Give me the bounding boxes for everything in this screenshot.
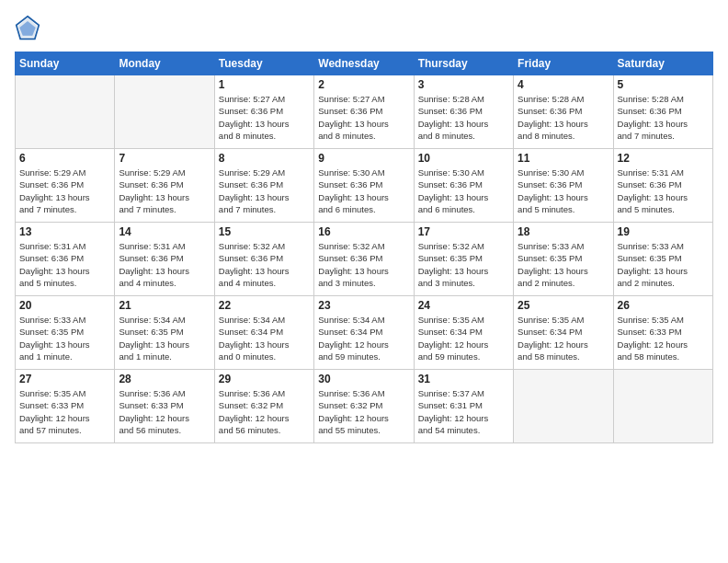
calendar-cell: 6Sunrise: 5:29 AM Sunset: 6:36 PM Daylig… <box>16 149 115 223</box>
calendar-cell: 26Sunrise: 5:35 AM Sunset: 6:33 PM Dayli… <box>613 296 712 370</box>
calendar-cell: 7Sunrise: 5:29 AM Sunset: 6:36 PM Daylig… <box>115 149 214 223</box>
header-row: SundayMondayTuesdayWednesdayThursdayFrid… <box>16 52 713 75</box>
day-number: 20 <box>19 299 110 312</box>
week-row-1: 1Sunrise: 5:27 AM Sunset: 6:36 PM Daylig… <box>16 75 713 149</box>
cell-info: Sunrise: 5:29 AM Sunset: 6:36 PM Dayligh… <box>19 167 110 215</box>
day-number: 4 <box>518 78 609 91</box>
cell-info: Sunrise: 5:27 AM Sunset: 6:36 PM Dayligh… <box>219 93 310 142</box>
cell-info: Sunrise: 5:34 AM Sunset: 6:34 PM Dayligh… <box>219 314 310 362</box>
cell-info: Sunrise: 5:30 AM Sunset: 6:36 PM Dayligh… <box>318 167 409 215</box>
cell-info: Sunrise: 5:28 AM Sunset: 6:36 PM Dayligh… <box>618 93 709 142</box>
calendar-cell: 2Sunrise: 5:27 AM Sunset: 6:36 PM Daylig… <box>314 75 414 149</box>
calendar-cell: 22Sunrise: 5:34 AM Sunset: 6:34 PM Dayli… <box>214 296 313 370</box>
day-number: 15 <box>219 225 310 238</box>
day-number: 30 <box>318 373 409 385</box>
calendar-cell: 1Sunrise: 5:27 AM Sunset: 6:36 PM Daylig… <box>214 75 313 149</box>
calendar-table: SundayMondayTuesdayWednesdayThursdayFrid… <box>15 52 713 443</box>
cell-info: Sunrise: 5:28 AM Sunset: 6:36 PM Dayligh… <box>418 93 509 142</box>
day-number: 31 <box>418 373 509 385</box>
calendar-cell <box>16 75 115 149</box>
day-number: 25 <box>518 299 609 312</box>
header-friday: Friday <box>514 52 613 75</box>
day-number: 7 <box>119 152 210 165</box>
header-monday: Monday <box>115 52 214 75</box>
header-thursday: Thursday <box>414 52 513 75</box>
cell-info: Sunrise: 5:32 AM Sunset: 6:35 PM Dayligh… <box>418 240 509 289</box>
calendar-cell: 12Sunrise: 5:31 AM Sunset: 6:36 PM Dayli… <box>613 149 712 223</box>
calendar-cell: 20Sunrise: 5:33 AM Sunset: 6:35 PM Dayli… <box>16 296 115 370</box>
day-number: 28 <box>119 373 210 385</box>
cell-info: Sunrise: 5:37 AM Sunset: 6:31 PM Dayligh… <box>418 387 509 436</box>
cell-info: Sunrise: 5:36 AM Sunset: 6:33 PM Dayligh… <box>119 387 210 436</box>
cell-info: Sunrise: 5:27 AM Sunset: 6:36 PM Dayligh… <box>318 93 409 142</box>
calendar-cell: 21Sunrise: 5:34 AM Sunset: 6:35 PM Dayli… <box>115 296 214 370</box>
calendar-cell <box>115 75 214 149</box>
cell-info: Sunrise: 5:32 AM Sunset: 6:36 PM Dayligh… <box>219 240 310 289</box>
cell-info: Sunrise: 5:33 AM Sunset: 6:35 PM Dayligh… <box>618 240 709 289</box>
header-wednesday: Wednesday <box>314 52 414 75</box>
cell-info: Sunrise: 5:35 AM Sunset: 6:33 PM Dayligh… <box>19 387 110 436</box>
cell-info: Sunrise: 5:36 AM Sunset: 6:32 PM Dayligh… <box>219 387 310 436</box>
calendar-cell: 25Sunrise: 5:35 AM Sunset: 6:34 PM Dayli… <box>514 296 613 370</box>
header-tuesday: Tuesday <box>214 52 313 75</box>
day-number: 13 <box>19 225 110 238</box>
calendar-cell: 16Sunrise: 5:32 AM Sunset: 6:36 PM Dayli… <box>314 223 414 296</box>
calendar-cell: 10Sunrise: 5:30 AM Sunset: 6:36 PM Dayli… <box>414 149 513 223</box>
cell-info: Sunrise: 5:31 AM Sunset: 6:36 PM Dayligh… <box>618 167 709 215</box>
calendar-cell: 4Sunrise: 5:28 AM Sunset: 6:36 PM Daylig… <box>514 75 613 149</box>
cell-info: Sunrise: 5:33 AM Sunset: 6:35 PM Dayligh… <box>19 314 110 362</box>
cell-info: Sunrise: 5:31 AM Sunset: 6:36 PM Dayligh… <box>19 240 110 289</box>
day-number: 10 <box>418 152 509 165</box>
calendar-cell: 30Sunrise: 5:36 AM Sunset: 6:32 PM Dayli… <box>314 370 414 443</box>
day-number: 12 <box>618 152 709 165</box>
calendar-cell: 23Sunrise: 5:34 AM Sunset: 6:34 PM Dayli… <box>314 296 414 370</box>
cell-info: Sunrise: 5:31 AM Sunset: 6:36 PM Dayligh… <box>119 240 210 289</box>
cell-info: Sunrise: 5:35 AM Sunset: 6:34 PM Dayligh… <box>418 314 509 362</box>
calendar-cell: 18Sunrise: 5:33 AM Sunset: 6:35 PM Dayli… <box>514 223 613 296</box>
calendar-cell: 3Sunrise: 5:28 AM Sunset: 6:36 PM Daylig… <box>414 75 513 149</box>
logo <box>15 15 44 40</box>
cell-info: Sunrise: 5:30 AM Sunset: 6:36 PM Dayligh… <box>518 167 609 215</box>
calendar-cell: 9Sunrise: 5:30 AM Sunset: 6:36 PM Daylig… <box>314 149 414 223</box>
day-number: 17 <box>418 225 509 238</box>
day-number: 19 <box>618 225 709 238</box>
cell-info: Sunrise: 5:30 AM Sunset: 6:36 PM Dayligh… <box>418 167 509 215</box>
week-row-5: 27Sunrise: 5:35 AM Sunset: 6:33 PM Dayli… <box>16 370 713 443</box>
day-number: 8 <box>219 152 310 165</box>
day-number: 6 <box>19 152 110 165</box>
calendar-cell: 29Sunrise: 5:36 AM Sunset: 6:32 PM Dayli… <box>214 370 313 443</box>
day-number: 22 <box>219 299 310 312</box>
header-saturday: Saturday <box>613 52 712 75</box>
day-number: 23 <box>318 299 409 312</box>
logo-icon <box>15 15 40 40</box>
calendar-cell <box>514 370 613 443</box>
calendar-cell: 28Sunrise: 5:36 AM Sunset: 6:33 PM Dayli… <box>115 370 214 443</box>
cell-info: Sunrise: 5:35 AM Sunset: 6:34 PM Dayligh… <box>518 314 609 362</box>
day-number: 29 <box>219 373 310 385</box>
header-sunday: Sunday <box>16 52 115 75</box>
day-number: 2 <box>318 78 409 91</box>
day-number: 1 <box>219 78 310 91</box>
day-number: 3 <box>418 78 509 91</box>
cell-info: Sunrise: 5:29 AM Sunset: 6:36 PM Dayligh… <box>119 167 210 215</box>
day-number: 11 <box>518 152 609 165</box>
cell-info: Sunrise: 5:34 AM Sunset: 6:34 PM Dayligh… <box>318 314 409 362</box>
calendar-cell: 19Sunrise: 5:33 AM Sunset: 6:35 PM Dayli… <box>613 223 712 296</box>
day-number: 21 <box>119 299 210 312</box>
calendar-cell: 11Sunrise: 5:30 AM Sunset: 6:36 PM Dayli… <box>514 149 613 223</box>
cell-info: Sunrise: 5:34 AM Sunset: 6:35 PM Dayligh… <box>119 314 210 362</box>
week-row-2: 6Sunrise: 5:29 AM Sunset: 6:36 PM Daylig… <box>16 149 713 223</box>
day-number: 9 <box>318 152 409 165</box>
day-number: 14 <box>119 225 210 238</box>
calendar-cell: 24Sunrise: 5:35 AM Sunset: 6:34 PM Dayli… <box>414 296 513 370</box>
day-number: 26 <box>618 299 709 312</box>
cell-info: Sunrise: 5:28 AM Sunset: 6:36 PM Dayligh… <box>518 93 609 142</box>
calendar-cell: 8Sunrise: 5:29 AM Sunset: 6:36 PM Daylig… <box>214 149 313 223</box>
calendar-cell: 15Sunrise: 5:32 AM Sunset: 6:36 PM Dayli… <box>214 223 313 296</box>
cell-info: Sunrise: 5:35 AM Sunset: 6:33 PM Dayligh… <box>618 314 709 362</box>
calendar-cell: 17Sunrise: 5:32 AM Sunset: 6:35 PM Dayli… <box>414 223 513 296</box>
calendar-cell: 13Sunrise: 5:31 AM Sunset: 6:36 PM Dayli… <box>16 223 115 296</box>
header <box>15 15 713 40</box>
day-number: 16 <box>318 225 409 238</box>
calendar-cell: 31Sunrise: 5:37 AM Sunset: 6:31 PM Dayli… <box>414 370 513 443</box>
